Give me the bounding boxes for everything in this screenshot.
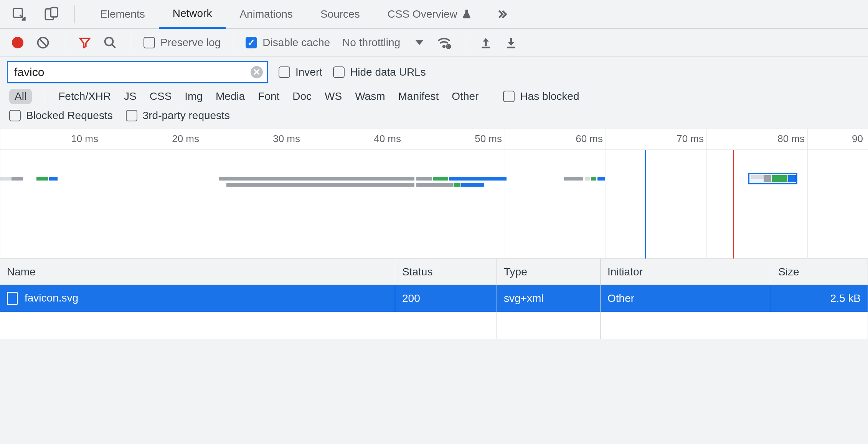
load-event-line: [733, 150, 734, 258]
checkbox-icon: [246, 37, 257, 48]
network-timeline[interactable]: 10 ms 20 ms 30 ms 40 ms 50 ms 60 ms 70 m…: [0, 129, 868, 259]
tab-css-overview[interactable]: CSS Overview: [374, 0, 486, 29]
tick-label: 70 ms: [677, 133, 704, 145]
tick-label: 30 ms: [273, 133, 300, 145]
timeline-bar: [449, 177, 507, 181]
divider: [45, 89, 45, 104]
timeline-bar: [772, 175, 787, 182]
filter-bar: ✕ Invert Hide data URLs: [0, 56, 868, 86]
table-header-row: Name Status Type Initiator Size: [0, 259, 868, 285]
timeline-bar: [0, 177, 12, 181]
timeline-bar: [454, 183, 460, 187]
checkbox-icon: [9, 110, 21, 121]
filter-css[interactable]: CSS: [150, 90, 172, 103]
timeline-bar: [416, 177, 432, 181]
dom-content-loaded-line: [645, 150, 646, 258]
timeline-bar: [564, 177, 583, 181]
divider: [74, 5, 75, 23]
hide-data-urls-toggle[interactable]: Hide data URLs: [333, 66, 426, 78]
blocked-requests-toggle[interactable]: Blocked Requests: [9, 109, 113, 122]
clear-button[interactable]: [35, 34, 51, 51]
checkbox-icon: [503, 91, 515, 102]
label: Has blocked: [520, 90, 579, 103]
tick-label: 50 ms: [475, 133, 502, 145]
device-toolbar-icon[interactable]: [40, 3, 63, 26]
filter-js[interactable]: JS: [124, 90, 137, 103]
filter-all[interactable]: All: [9, 89, 32, 104]
network-toolbar: Preserve log Disable cache No throttling: [0, 29, 868, 56]
tick-label: 80 ms: [777, 133, 805, 145]
preserve-log-toggle[interactable]: Preserve log: [144, 36, 221, 49]
file-icon: [7, 292, 18, 305]
filter-doc[interactable]: Doc: [292, 90, 312, 103]
tab-label: Elements: [100, 8, 145, 20]
timeline-bar: [764, 175, 771, 182]
label: 3rd-party requests: [143, 109, 230, 122]
timeline-bar: [226, 183, 414, 187]
timeline-bar: [36, 177, 48, 181]
tab-network[interactable]: Network: [159, 0, 226, 29]
timeline-ruler: 10 ms 20 ms 30 ms 40 ms 50 ms 60 ms 70 m…: [0, 129, 868, 150]
checkbox-icon: [333, 66, 345, 78]
table-row[interactable]: favicon.svg 200 svg+xml Other 2.5 kB: [0, 285, 868, 312]
filter-media[interactable]: Media: [216, 90, 245, 103]
col-size[interactable]: Size: [771, 259, 868, 285]
filter-fetch-xhr[interactable]: Fetch/XHR: [58, 90, 111, 103]
timeline-bar: [585, 177, 590, 181]
tab-sources[interactable]: Sources: [307, 0, 374, 29]
devtools-tabs: Elements Network Animations Sources CSS …: [0, 0, 868, 29]
inspect-element-icon[interactable]: [8, 3, 31, 26]
filter-img[interactable]: Img: [185, 90, 203, 103]
filter-ws[interactable]: WS: [325, 90, 342, 103]
divider: [233, 34, 233, 51]
export-har-icon[interactable]: [503, 34, 520, 51]
svg-rect-2: [51, 8, 58, 17]
third-party-toggle[interactable]: 3rd-party requests: [126, 109, 230, 122]
col-name[interactable]: Name: [0, 259, 395, 285]
cell-status: 200: [395, 285, 497, 312]
disable-cache-toggle[interactable]: Disable cache: [246, 36, 330, 49]
filter-input-wrap: ✕: [7, 61, 268, 83]
flask-icon: [461, 9, 472, 20]
tick-label: 20 ms: [172, 133, 199, 145]
cell-initiator: Other: [601, 285, 771, 312]
search-icon[interactable]: [102, 34, 119, 51]
filter-font[interactable]: Font: [258, 90, 279, 103]
network-conditions-icon[interactable]: [436, 34, 452, 51]
import-har-icon[interactable]: [477, 34, 494, 51]
request-type-filters: All Fetch/XHR JS CSS Img Media Font Doc …: [0, 86, 868, 108]
table-row-empty: [0, 312, 868, 339]
tick-label: 10 ms: [71, 133, 98, 145]
label: Disable cache: [262, 36, 330, 49]
col-initiator[interactable]: Initiator: [601, 259, 771, 285]
clear-filter-icon[interactable]: ✕: [251, 66, 263, 78]
tab-animations[interactable]: Animations: [226, 0, 307, 29]
invert-toggle[interactable]: Invert: [279, 66, 322, 78]
timeline-bar: [49, 177, 58, 181]
record-button[interactable]: [9, 34, 26, 51]
divider: [131, 34, 131, 51]
label: Invert: [295, 66, 322, 78]
label: Hide data URLs: [350, 66, 426, 78]
filter-manifest[interactable]: Manifest: [398, 90, 439, 103]
timeline-bar: [591, 177, 596, 181]
timeline-bar: [219, 177, 414, 181]
col-type[interactable]: Type: [497, 259, 601, 285]
col-status[interactable]: Status: [395, 259, 497, 285]
more-tabs-button[interactable]: [486, 0, 518, 29]
tab-label: Network: [173, 7, 212, 20]
svg-rect-7: [482, 46, 490, 48]
label: Preserve log: [160, 36, 221, 49]
throttling-select[interactable]: No throttling: [338, 36, 427, 49]
tick-label: 40 ms: [374, 133, 401, 145]
filter-input[interactable]: [14, 66, 251, 79]
filter-toggle-icon[interactable]: [76, 34, 93, 51]
divider: [465, 34, 465, 51]
network-requests-table: Name Status Type Initiator Size favicon.…: [0, 259, 868, 339]
tab-elements[interactable]: Elements: [86, 0, 159, 29]
filter-wasm[interactable]: Wasm: [355, 90, 385, 103]
filter-other[interactable]: Other: [452, 90, 479, 103]
checkbox-icon: [144, 37, 155, 48]
tick-label: 60 ms: [576, 133, 603, 145]
has-blocked-toggle[interactable]: Has blocked: [503, 90, 579, 103]
